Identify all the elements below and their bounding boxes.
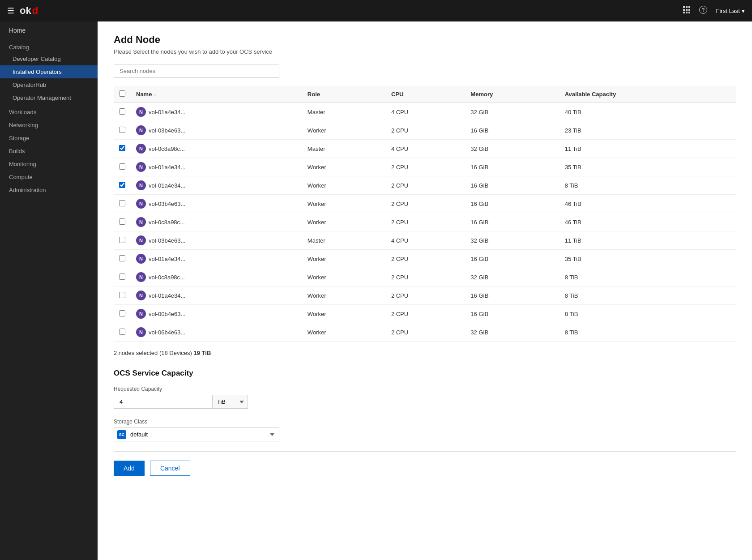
sidebar-item-compute[interactable]: Compute bbox=[0, 169, 98, 182]
node-cpu: 2 CPU bbox=[386, 176, 465, 195]
sidebar-item-catalog[interactable]: Catalog bbox=[0, 39, 98, 52]
sidebar-item-networking[interactable]: Networking bbox=[0, 117, 98, 130]
sidebar-item-operator-management[interactable]: Operator Management bbox=[0, 91, 98, 104]
storage-class-select[interactable]: default bbox=[114, 427, 279, 441]
node-name-cell: N vol-01a4e34... bbox=[136, 107, 297, 117]
node-icon: N bbox=[136, 162, 146, 172]
node-capacity: 11 TiB bbox=[560, 140, 736, 158]
node-cpu: 4 CPU bbox=[386, 140, 465, 158]
node-icon: N bbox=[136, 125, 146, 135]
main-content: Add Node Please Select the nodes you wis… bbox=[98, 21, 752, 560]
row-checkbox-5[interactable] bbox=[119, 200, 125, 206]
node-role: Master bbox=[302, 140, 386, 158]
svg-rect-7 bbox=[686, 12, 688, 13]
row-checkbox-10[interactable] bbox=[119, 292, 125, 298]
node-icon: N bbox=[136, 309, 146, 319]
node-role: Worker bbox=[302, 286, 386, 305]
table-row: N vol-01a4e34... Worker 2 CPU 16 GiB 8 T… bbox=[114, 286, 736, 305]
name-sort-icon[interactable]: ↓ bbox=[154, 92, 156, 97]
search-input[interactable] bbox=[114, 64, 279, 78]
row-checkbox-11[interactable] bbox=[119, 310, 125, 316]
sidebar-item-operatorhub[interactable]: OperatorHub bbox=[0, 78, 98, 91]
node-name-cell: N vol-0c8a98c... bbox=[136, 144, 297, 154]
row-checkbox-3[interactable] bbox=[119, 163, 125, 170]
svg-rect-8 bbox=[688, 12, 690, 13]
sidebar-item-administration[interactable]: Administration bbox=[0, 182, 98, 195]
row-checkbox-12[interactable] bbox=[119, 329, 125, 335]
node-role: Worker bbox=[302, 176, 386, 195]
node-name-cell: N vol-00b4e63... bbox=[136, 309, 297, 319]
node-name: vol-01a4e34... bbox=[149, 164, 185, 171]
user-name: First Last bbox=[716, 8, 740, 14]
sidebar-item-developer-catalog[interactable]: Developer Catalog bbox=[0, 52, 98, 65]
node-name: vol-01a4e34... bbox=[149, 182, 185, 189]
node-name: vol-03b4e63... bbox=[149, 237, 185, 244]
table-row: N vol-01a4e34... Worker 2 CPU 16 GiB 35 … bbox=[114, 250, 736, 268]
node-memory: 16 GiB bbox=[465, 195, 559, 213]
row-checkbox-2[interactable] bbox=[119, 145, 125, 151]
row-checkbox-9[interactable] bbox=[119, 274, 125, 280]
row-checkbox-8[interactable] bbox=[119, 255, 125, 261]
capacity-unit-select[interactable]: TiB GiB PiB bbox=[212, 395, 248, 409]
sc-icon: SC bbox=[117, 430, 126, 439]
sidebar-item-home[interactable]: Home bbox=[0, 21, 98, 39]
row-checkbox-6[interactable] bbox=[119, 218, 125, 225]
node-role: Worker bbox=[302, 158, 386, 176]
node-cpu: 2 CPU bbox=[386, 323, 465, 342]
node-name: vol-0c8a98c... bbox=[149, 274, 185, 281]
svg-rect-3 bbox=[683, 9, 685, 11]
topnav-right: ? First Last ▾ bbox=[683, 6, 745, 16]
node-capacity: 35 TiB bbox=[560, 158, 736, 176]
node-capacity: 23 TiB bbox=[560, 121, 736, 140]
node-memory: 16 GiB bbox=[465, 305, 559, 323]
node-memory: 16 GiB bbox=[465, 176, 559, 195]
hamburger-menu[interactable]: ☰ bbox=[7, 6, 14, 16]
node-icon: N bbox=[136, 199, 146, 209]
storage-class-group: Storage Class SC default bbox=[114, 419, 736, 441]
node-name-cell: N vol-0c8a98c... bbox=[136, 272, 297, 282]
node-memory: 32 GiB bbox=[465, 268, 559, 286]
col-role: Role bbox=[302, 86, 386, 103]
node-role: Worker bbox=[302, 250, 386, 268]
user-menu[interactable]: First Last ▾ bbox=[716, 8, 745, 14]
table-row: N vol-03b4e63... Worker 2 CPU 16 GiB 46 … bbox=[114, 195, 736, 213]
node-role: Worker bbox=[302, 195, 386, 213]
topnav: ☰ okd ? First Last ▾ bbox=[0, 0, 752, 21]
add-button[interactable]: Add bbox=[114, 461, 145, 476]
node-cpu: 2 CPU bbox=[386, 158, 465, 176]
sidebar-item-builds[interactable]: Builds bbox=[0, 143, 98, 156]
sidebar-item-workloads[interactable]: Workloads bbox=[0, 104, 98, 117]
node-name-cell: N vol-03b4e63... bbox=[136, 125, 297, 135]
select-all-checkbox[interactable] bbox=[119, 90, 125, 97]
table-row: N vol-01a4e34... Worker 2 CPU 16 GiB 8 T… bbox=[114, 176, 736, 195]
table-row: N vol-06b4e63... Worker 2 CPU 32 GiB 8 T… bbox=[114, 323, 736, 342]
sidebar-item-monitoring[interactable]: Monitoring bbox=[0, 156, 98, 169]
grid-icon[interactable] bbox=[683, 6, 690, 16]
requested-capacity-group: Requested Capacity TiB GiB PiB bbox=[114, 386, 736, 409]
row-checkbox-1[interactable] bbox=[119, 127, 125, 133]
node-icon: N bbox=[136, 107, 146, 117]
node-memory: 32 GiB bbox=[465, 140, 559, 158]
sidebar-item-storage[interactable]: Storage bbox=[0, 130, 98, 143]
cancel-button[interactable]: Cancel bbox=[150, 461, 190, 476]
app-logo: okd bbox=[20, 5, 38, 17]
row-checkbox-7[interactable] bbox=[119, 237, 125, 243]
node-name-cell: N vol-0c8a98c... bbox=[136, 217, 297, 227]
node-cpu: 2 CPU bbox=[386, 250, 465, 268]
node-memory: 16 GiB bbox=[465, 158, 559, 176]
help-icon[interactable]: ? bbox=[699, 6, 707, 16]
node-icon: N bbox=[136, 144, 146, 154]
capacity-input[interactable] bbox=[114, 395, 212, 409]
row-checkbox-0[interactable] bbox=[119, 108, 125, 115]
node-name: vol-01a4e34... bbox=[149, 256, 185, 262]
svg-rect-0 bbox=[683, 6, 685, 8]
row-checkbox-4[interactable] bbox=[119, 182, 125, 188]
svg-rect-6 bbox=[683, 12, 685, 13]
node-capacity: 40 TiB bbox=[560, 103, 736, 121]
node-role: Worker bbox=[302, 323, 386, 342]
node-name-cell: N vol-01a4e34... bbox=[136, 254, 297, 264]
node-icon: N bbox=[136, 254, 146, 264]
sidebar-item-installed-operators[interactable]: Installed Operators bbox=[0, 65, 98, 78]
user-chevron-icon: ▾ bbox=[742, 8, 745, 14]
node-memory: 16 GiB bbox=[465, 213, 559, 231]
